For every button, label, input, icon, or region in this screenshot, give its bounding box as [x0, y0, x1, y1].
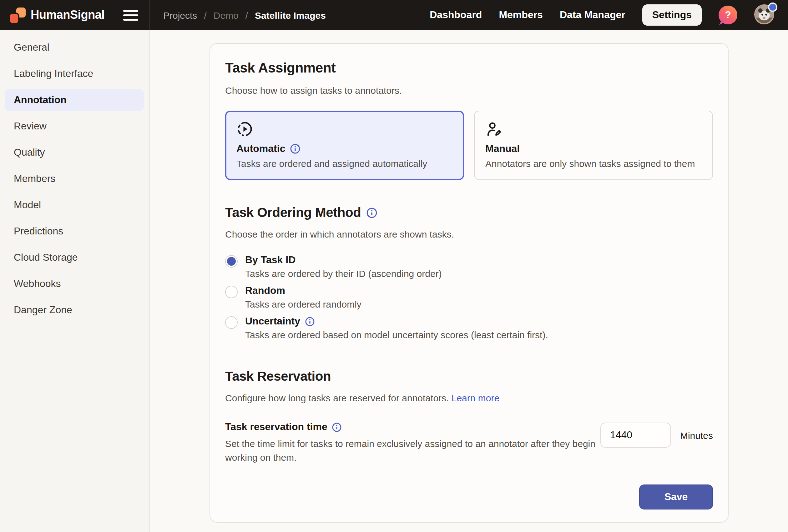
- radio-option-uncertainty: Uncertainty Tasks are ordered based: [225, 316, 713, 340]
- reservation-time-description: Set the time limit for tasks to remain e…: [225, 437, 600, 465]
- radio-random-description: Tasks are ordered randomly: [245, 299, 361, 309]
- radio-by-task-id-description: Tasks are ordered by their ID (ascending…: [245, 268, 442, 279]
- nav-data-manager[interactable]: Data Manager: [560, 9, 625, 21]
- radio-uncertainty-label[interactable]: Uncertainty: [245, 316, 300, 327]
- breadcrumb-separator: /: [245, 10, 248, 20]
- notification-badge: [768, 2, 777, 12]
- save-button[interactable]: Save: [639, 485, 713, 510]
- task-ordering-subtitle: Choose the order in which annotators are…: [225, 229, 713, 240]
- task-assignment-title: Task Assignment: [225, 60, 713, 76]
- task-reservation-subtitle-text: Configure how long tasks are reserved fo…: [225, 393, 449, 403]
- nav-dashboard[interactable]: Dashboard: [430, 9, 482, 21]
- reservation-time-label: Task reservation time: [225, 421, 328, 433]
- manual-card-description: Annotators are only shown tasks assigned…: [485, 158, 702, 169]
- manual-card-title: Manual: [485, 143, 520, 155]
- page-layout: General Labeling Interface Annotation Re…: [0, 30, 788, 532]
- learn-more-link[interactable]: Learn more: [452, 393, 499, 403]
- sidebar-item-annotation[interactable]: Annotation: [5, 89, 144, 111]
- radio-uncertainty-description: Tasks are ordered based on model uncerta…: [245, 329, 548, 340]
- reservation-time-info-icon[interactable]: [332, 422, 342, 432]
- assignment-card-manual[interactable]: Manual Annotators are only shown tasks a…: [474, 111, 713, 180]
- uncertainty-info-icon[interactable]: [305, 316, 315, 326]
- minutes-unit-label: Minutes: [680, 430, 713, 441]
- help-icon[interactable]: ?: [718, 6, 737, 24]
- sidebar-item-danger-zone[interactable]: Danger Zone: [5, 299, 144, 321]
- person-edit-icon: [485, 121, 702, 138]
- breadcrumb-separator: /: [204, 10, 206, 20]
- task-ordering-title: Task Ordering Method: [225, 205, 361, 220]
- sidebar-item-quality[interactable]: Quality: [5, 141, 144, 164]
- task-ordering-options: By Task ID Tasks are ordered by their ID…: [225, 254, 713, 340]
- humansignal-logo-icon: [10, 7, 26, 23]
- app-root: HumanSignal Projects / Demo / Satellite …: [0, 0, 788, 532]
- task-assignment-subtitle: Choose how to assign tasks to annotators…: [225, 85, 713, 96]
- settings-sidebar: General Labeling Interface Annotation Re…: [0, 30, 150, 532]
- task-ordering-title-row: Task Ordering Method: [225, 205, 713, 220]
- reservation-time-left: Task reservation time Set the time limit…: [225, 421, 600, 465]
- reservation-time-right: Minutes: [601, 423, 713, 448]
- sidebar-item-cloud-storage[interactable]: Cloud Storage: [5, 246, 144, 269]
- reservation-time-row: Task reservation time Set the time limit…: [225, 421, 713, 465]
- topbar-right: Dashboard Members Data Manager Settings …: [430, 4, 788, 26]
- radio-by-task-id-label[interactable]: By Task ID: [245, 254, 296, 266]
- breadcrumb-projects[interactable]: Projects: [163, 10, 197, 20]
- breadcrumb: Projects / Demo / Satellite Images: [163, 10, 326, 20]
- sidebar-item-review[interactable]: Review: [5, 115, 144, 138]
- radio-option-random: Random Tasks are ordered randomly: [225, 285, 713, 309]
- radio-uncertainty[interactable]: [225, 316, 238, 329]
- task-reservation-title: Task Reservation: [225, 369, 713, 384]
- settings-button[interactable]: Settings: [642, 4, 702, 26]
- automatic-card-description: Tasks are ordered and assigned automatic…: [236, 158, 453, 169]
- task-reservation-subtitle: Configure how long tasks are reserved fo…: [225, 393, 713, 403]
- sidebar-item-general[interactable]: General: [5, 36, 144, 59]
- autoplay-icon: [236, 121, 453, 138]
- sidebar-item-labeling-interface[interactable]: Labeling Interface: [5, 62, 144, 85]
- topbar: HumanSignal Projects / Demo / Satellite …: [0, 0, 788, 30]
- brand-name: HumanSignal: [31, 8, 104, 22]
- sidebar-item-model[interactable]: Model: [5, 194, 144, 216]
- radio-random[interactable]: [225, 286, 238, 298]
- hamburger-menu-icon[interactable]: [123, 10, 138, 20]
- assignment-card-automatic[interactable]: Automatic Tasks are ordered and assigned…: [225, 111, 464, 180]
- automatic-card-title: Automatic: [236, 143, 285, 155]
- radio-option-by-task-id: By Task ID Tasks are ordered by their ID…: [225, 254, 713, 279]
- sidebar-item-webhooks[interactable]: Webhooks: [5, 272, 144, 295]
- reservation-time-input[interactable]: [601, 423, 671, 448]
- task-ordering-info-icon[interactable]: [367, 207, 377, 218]
- nav-members[interactable]: Members: [499, 9, 543, 21]
- breadcrumb-current-page: Satellite Images: [255, 10, 326, 20]
- sidebar-item-predictions[interactable]: Predictions: [5, 220, 144, 243]
- sidebar-item-members[interactable]: Members: [5, 167, 144, 190]
- annotation-settings-panel: Task Assignment Choose how to assign tas…: [210, 43, 729, 523]
- assignment-option-cards: Automatic Tasks are ordered and assigned…: [225, 111, 713, 180]
- user-avatar[interactable]: [754, 4, 775, 26]
- radio-random-label[interactable]: Random: [245, 285, 285, 296]
- radio-by-task-id[interactable]: [225, 255, 238, 268]
- main-content: Task Assignment Choose how to assign tas…: [150, 30, 788, 532]
- breadcrumb-demo[interactable]: Demo: [214, 10, 239, 20]
- topbar-left: HumanSignal: [0, 0, 150, 30]
- brand-logo[interactable]: HumanSignal: [10, 7, 104, 23]
- automatic-info-icon[interactable]: [290, 144, 300, 154]
